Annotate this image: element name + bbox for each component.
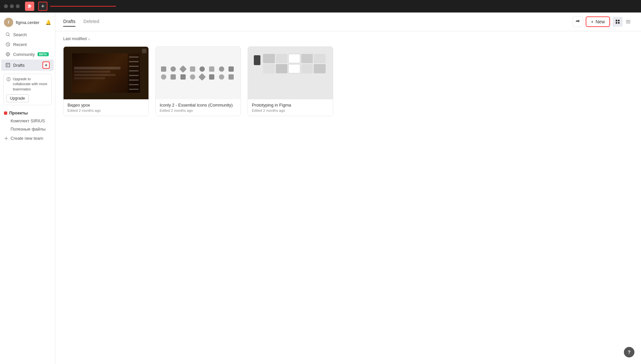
create-team-label: Create new team bbox=[11, 136, 43, 141]
file-card-prototype[interactable]: Prototyping in Figma Edited 2 months ago bbox=[248, 46, 333, 116]
upgrade-box: Upgrade to collaborate with more teammat… bbox=[3, 74, 52, 105]
team-section-label: Проекты bbox=[9, 110, 28, 115]
svg-rect-8 bbox=[618, 22, 620, 24]
annotation-arrow-line bbox=[50, 6, 116, 7]
search-icon bbox=[5, 32, 11, 37]
search-label: Search bbox=[13, 32, 27, 37]
share-button[interactable] bbox=[573, 16, 583, 27]
new-btn-label: New bbox=[596, 19, 605, 24]
file-name-prototype: Prototyping in Figma bbox=[252, 103, 329, 108]
tab-deleted[interactable]: Deleted bbox=[83, 17, 99, 27]
grid-view-button[interactable] bbox=[613, 17, 623, 27]
recent-label: Recent bbox=[13, 42, 27, 47]
plus-icon bbox=[4, 136, 9, 141]
sort-label[interactable]: Last modified ↓ bbox=[63, 36, 633, 41]
new-tab-button[interactable]: + bbox=[38, 2, 47, 11]
view-toggle bbox=[613, 17, 633, 27]
file-info-icons: Iconly 2 - Essential Icons (Community) E… bbox=[156, 99, 241, 116]
file-name-icons: Iconly 2 - Essential Icons (Community) bbox=[160, 103, 237, 108]
upgrade-button[interactable]: Upgrade bbox=[6, 94, 29, 102]
file-card-video[interactable]: Видео урок Edited 2 months ago bbox=[63, 46, 149, 116]
files-grid: Видео урок Edited 2 months ago bbox=[63, 46, 633, 116]
upgrade-icon bbox=[6, 77, 11, 82]
file-meta-icons: Edited 2 months ago bbox=[160, 109, 237, 112]
file-thumbnail-icons bbox=[156, 47, 241, 99]
content-header: Drafts Deleted + New bbox=[55, 12, 641, 31]
community-label: Community bbox=[13, 52, 35, 57]
list-view-button[interactable] bbox=[623, 17, 633, 27]
file-info-prototype: Prototyping in Figma Edited 2 months ago bbox=[248, 99, 333, 116]
maximize-dot[interactable] bbox=[16, 4, 20, 8]
svg-rect-3 bbox=[6, 63, 10, 67]
drafts-left: Drafts bbox=[5, 62, 25, 68]
share-icon bbox=[575, 19, 580, 24]
close-dot[interactable] bbox=[4, 4, 8, 8]
sidebar-item-community[interactable]: Community Beta bbox=[1, 50, 54, 59]
file-card-icons[interactable]: Iconly 2 - Essential Icons (Community) E… bbox=[155, 46, 241, 116]
community-icon bbox=[5, 52, 11, 57]
team-section-header: Проекты bbox=[0, 108, 55, 117]
svg-rect-6 bbox=[618, 20, 620, 21]
svg-rect-7 bbox=[616, 22, 617, 24]
file-meta-prototype: Edited 2 months ago bbox=[252, 109, 329, 112]
beta-badge: Beta bbox=[38, 52, 49, 56]
sidebar: f figma.center 🔔 Search Recent bbox=[0, 12, 55, 364]
sidebar-item-komplekt[interactable]: Комплект SIRIUS bbox=[1, 117, 54, 125]
grid-icon bbox=[615, 19, 620, 24]
avatar: f bbox=[4, 18, 13, 27]
figma-icon-button[interactable] bbox=[25, 2, 34, 11]
create-new-team-button[interactable]: Create new team bbox=[0, 133, 55, 143]
drafts-label: Drafts bbox=[13, 63, 25, 68]
main-layout: f figma.center 🔔 Search Recent bbox=[0, 12, 641, 364]
file-info-video: Видео урок Edited 2 months ago bbox=[64, 99, 148, 116]
content-body: Last modified ↓ bbox=[55, 31, 641, 121]
sidebar-item-drafts[interactable]: Drafts + bbox=[1, 60, 54, 71]
drafts-icon bbox=[5, 62, 11, 68]
minimize-dot[interactable] bbox=[10, 4, 14, 8]
recent-icon bbox=[5, 42, 11, 47]
sidebar-item-poleznye[interactable]: Полезные файлы bbox=[1, 125, 54, 133]
tab-drafts[interactable]: Drafts bbox=[63, 17, 75, 27]
titlebar: + bbox=[0, 0, 641, 12]
team-color-dot bbox=[4, 111, 7, 115]
file-thumbnail-video bbox=[64, 47, 148, 99]
file-thumbnail-prototype bbox=[248, 47, 333, 99]
sidebar-user-row[interactable]: f figma.center 🔔 bbox=[0, 15, 55, 30]
file-meta-video: Edited 2 months ago bbox=[67, 109, 145, 112]
file-name-video: Видео урок bbox=[67, 103, 145, 108]
sidebar-username: figma.center bbox=[16, 20, 40, 25]
svg-rect-5 bbox=[616, 20, 617, 21]
list-icon bbox=[626, 19, 631, 24]
upgrade-text: Upgrade to collaborate with more teammat… bbox=[6, 77, 49, 92]
new-btn-plus: + bbox=[591, 19, 594, 24]
sidebar-item-recent[interactable]: Recent bbox=[1, 40, 54, 49]
header-actions: + New bbox=[573, 16, 633, 27]
content-area: Drafts Deleted + New bbox=[55, 12, 641, 364]
drafts-add-button[interactable]: + bbox=[42, 61, 50, 69]
sidebar-item-search[interactable]: Search bbox=[1, 30, 54, 39]
bell-icon[interactable]: 🔔 bbox=[45, 20, 51, 25]
help-button[interactable]: ? bbox=[624, 347, 634, 357]
window-controls bbox=[4, 4, 20, 8]
new-button[interactable]: + New bbox=[586, 16, 610, 27]
